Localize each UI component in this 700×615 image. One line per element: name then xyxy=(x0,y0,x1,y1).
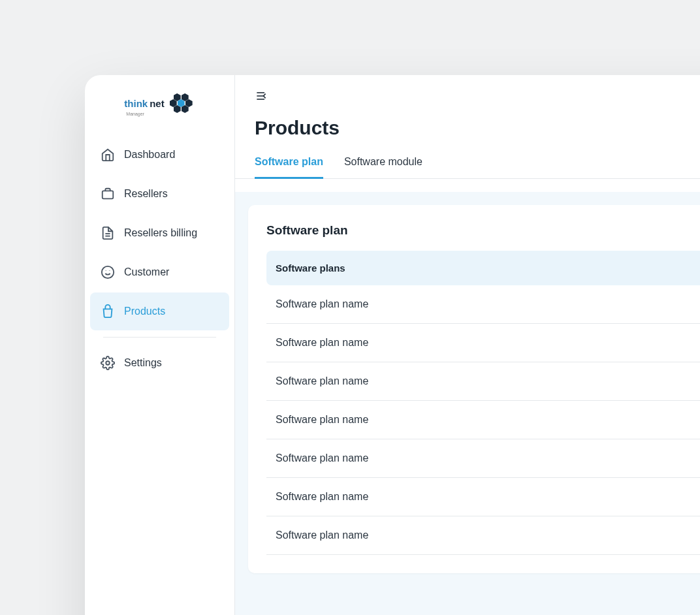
tabs: Software plan Software module xyxy=(235,151,700,179)
cell-name: Software plan name xyxy=(266,362,584,401)
page-header: Products Software plan Software module xyxy=(235,117,700,192)
nav-divider xyxy=(103,337,216,338)
cell-date: 05.07.2015 xyxy=(584,439,700,478)
svg-point-6 xyxy=(106,361,110,365)
nav-list: Dashboard Resellers Resellers billing Cu… xyxy=(85,136,234,382)
svg-point-3 xyxy=(102,266,114,278)
table-header-date[interactable]: Creation date xyxy=(584,251,700,285)
cell-date: 07.11.2019 xyxy=(584,285,700,324)
cell-name: Software plan name xyxy=(266,478,584,516)
cell-name: Software plan name xyxy=(266,401,584,439)
tab-label: Software module xyxy=(344,156,422,167)
cell-date: 07.11.2019 xyxy=(584,516,700,555)
sidebar-item-label: Resellers billing xyxy=(124,227,197,239)
cell-date: 07.11.2019 xyxy=(584,401,700,439)
cell-name: Software plan name xyxy=(266,439,584,478)
logo-text-think: think xyxy=(124,98,148,109)
sidebar-item-settings[interactable]: Settings xyxy=(90,344,229,382)
card-title: Software plan xyxy=(266,223,348,238)
sidebar-item-customer[interactable]: Customer xyxy=(90,253,229,291)
sidebar-item-label: Resellers xyxy=(124,188,168,200)
sidebar: think net Manager xyxy=(85,75,235,615)
svg-rect-0 xyxy=(103,191,114,198)
table-row[interactable]: Software plan name 04.11.2012 xyxy=(266,478,700,516)
cell-name: Software plan name xyxy=(266,285,584,324)
card-header: Software plan xyxy=(266,223,700,238)
home-icon xyxy=(101,148,115,162)
sidebar-item-products[interactable]: Products xyxy=(90,292,229,330)
cell-date: 04.11.2012 xyxy=(584,478,700,516)
file-icon xyxy=(101,226,115,240)
page-title: Products xyxy=(255,117,700,139)
sidebar-item-dashboard[interactable]: Dashboard xyxy=(90,136,229,174)
cell-date: 05.07.2015 xyxy=(584,324,700,362)
briefcase-icon xyxy=(101,187,115,201)
app-window: think net Manager xyxy=(85,75,700,615)
sidebar-item-label: Settings xyxy=(124,357,162,369)
table-header-name[interactable]: Software plans xyxy=(266,251,584,285)
table-row[interactable]: Software plan name 07.11.2019 xyxy=(266,285,700,324)
collapse-sidebar-icon[interactable] xyxy=(255,89,268,102)
table-row[interactable]: Software plan name 07.11.2019 xyxy=(266,516,700,555)
tab-software-module[interactable]: Software module xyxy=(344,151,422,179)
topbar xyxy=(235,75,700,117)
cell-name: Software plan name xyxy=(266,516,584,555)
logo-hex-icon xyxy=(168,93,195,113)
table-row[interactable]: Software plan name 05.07.2015 xyxy=(266,439,700,478)
sidebar-item-resellers-billing[interactable]: Resellers billing xyxy=(90,214,229,252)
content-area: Software plan Software plans Creation da… xyxy=(235,192,700,615)
table-header-row: Software plans Creation date xyxy=(266,251,700,285)
cell-date: 04.11.2012 xyxy=(584,362,700,401)
logo: think net Manager xyxy=(85,88,234,136)
table-row[interactable]: Software plan name 07.11.2019 xyxy=(266,401,700,439)
gear-icon xyxy=(101,356,115,370)
logo-text-net: net xyxy=(150,98,165,109)
sidebar-item-label: Products xyxy=(124,306,165,317)
table-row[interactable]: Software plan name 04.11.2012 xyxy=(266,362,700,401)
table-body: Software plan name 07.11.2019 Software p… xyxy=(266,285,700,555)
smile-icon xyxy=(101,265,115,279)
sidebar-item-label: Customer xyxy=(124,266,169,278)
sidebar-item-label: Dashboard xyxy=(124,149,175,161)
cell-name: Software plan name xyxy=(266,324,584,362)
sidebar-item-resellers[interactable]: Resellers xyxy=(90,175,229,213)
main-content: Products Software plan Software module S… xyxy=(235,75,700,615)
card: Software plan Software plans Creation da… xyxy=(248,205,700,573)
tab-software-plan[interactable]: Software plan xyxy=(255,151,323,179)
table-row[interactable]: Software plan name 05.07.2015 xyxy=(266,324,700,362)
bag-icon xyxy=(101,304,115,319)
software-plans-table: Software plans Creation date Software pl… xyxy=(266,251,700,555)
tab-label: Software plan xyxy=(255,156,323,167)
